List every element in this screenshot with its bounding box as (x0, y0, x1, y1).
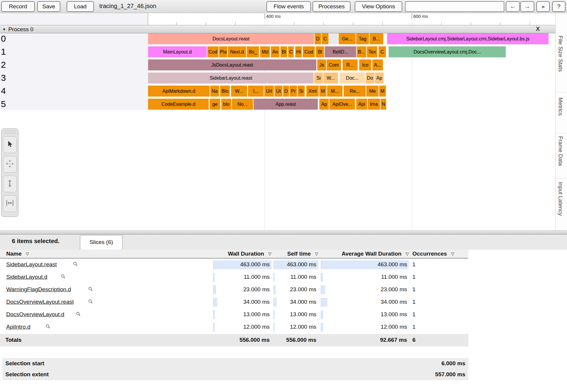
timing-tool-button[interactable] (3, 195, 17, 212)
timeline-slice[interactable]: DocsOverviewLayout.cmj,Doc... (389, 46, 506, 57)
timeline-slice[interactable]: Bl (316, 46, 324, 57)
column-header-occ[interactable]: Occurrences▽ (412, 250, 468, 258)
help-button[interactable]: ? (552, 1, 566, 12)
timeline-slice[interactable]: Ap (375, 73, 384, 84)
timeline-slice[interactable]: CodeExample.d (148, 99, 209, 110)
timeline-slice[interactable]: W... (231, 86, 247, 97)
timeline-slice[interactable]: JsDocsLayout.reast (148, 59, 316, 70)
timeline-slice[interactable]: Xml (306, 86, 319, 97)
palette-drag-grip[interactable] (3, 130, 16, 135)
magnifier-icon[interactable] (88, 286, 93, 293)
timeline-slice[interactable]: SidebarLayout.cmj,SidebarLayout.cmi,Side… (387, 33, 549, 44)
timeline-slice[interactable]: Do (366, 73, 374, 84)
timeline-slice[interactable]: D (315, 33, 321, 44)
timeline-slice[interactable]: I... (248, 86, 264, 97)
process-title[interactable]: ▼Process 0 (2, 26, 33, 33)
zoom-tool-button[interactable] (3, 176, 17, 192)
timeline-slice[interactable]: Url (264, 86, 274, 97)
column-header-avg[interactable]: Average Wall Duration▽ (321, 250, 409, 258)
magnifier-icon[interactable] (76, 311, 81, 318)
timeline-slice[interactable]: Js (317, 59, 326, 70)
timeline-slice[interactable] (329, 33, 338, 44)
slice-name-link[interactable]: ApiIntro.d (6, 324, 30, 330)
timeline-slice[interactable]: Ico (359, 59, 371, 70)
timeline-slice[interactable]: Api (356, 99, 367, 110)
find-previous-button[interactable]: ← (506, 1, 520, 12)
timeline-slice[interactable]: M... (327, 86, 343, 97)
timeline-slice[interactable]: No... (232, 99, 253, 110)
timeline-slice[interactable]: SidebarLayout.reast (148, 73, 314, 84)
timeline-slice[interactable]: Re... (344, 86, 366, 97)
sort-arrow-icon[interactable]: ▽ (268, 250, 271, 258)
timeline-slice[interactable]: C (322, 33, 329, 44)
timeline-slice[interactable]: Ima (368, 99, 380, 110)
timeline-slice[interactable]: An (271, 46, 279, 57)
timeline-slice[interactable]: Si (298, 86, 305, 97)
magnifier-icon[interactable] (88, 299, 93, 305)
panel-splitter[interactable] (0, 231, 567, 234)
timeline-slice[interactable]: Ge... (339, 33, 356, 44)
slice-name-link[interactable]: WarningFlagDescription.d (6, 286, 71, 293)
timeline-slice[interactable]: D (283, 86, 289, 97)
slice-name-link[interactable]: DocsOverviewLayout.reast (6, 299, 74, 305)
record-button[interactable]: Record (1, 1, 35, 12)
side-tab-file-size-stats[interactable]: File Size Stats (557, 36, 564, 72)
sort-arrow-icon[interactable]: ▽ (26, 250, 29, 258)
slice-name-link[interactable]: SidebarLayout.reast (6, 261, 57, 268)
timeline-slice[interactable]: Ap (319, 99, 329, 110)
timeline-slice[interactable]: Hi (295, 46, 302, 57)
tab-slices[interactable]: Slices (6) (80, 235, 122, 250)
processes-button[interactable]: Processes (312, 1, 351, 12)
sort-arrow-icon[interactable]: ▽ (451, 250, 454, 258)
timeline-slice[interactable]: R... (343, 59, 358, 70)
more-options-button[interactable]: » (536, 1, 550, 12)
timeline-slice[interactable]: M (379, 86, 386, 97)
timeline-slice[interactable]: Doc... (340, 73, 365, 84)
search-input[interactable] (405, 1, 504, 12)
magnifier-icon[interactable] (73, 262, 78, 268)
column-header-self_t[interactable]: Self time▽ (274, 250, 318, 258)
timeline-slice[interactable]: Pla (219, 46, 227, 57)
timeline-slice[interactable]: Cod (303, 46, 315, 57)
pan-tool-button[interactable] (3, 156, 17, 173)
timeline-slice[interactable]: B... (357, 46, 366, 57)
magnifier-icon[interactable] (61, 274, 66, 280)
timeline-slice[interactable]: Na (210, 86, 219, 97)
timeline-slice[interactable]: Md (260, 46, 270, 57)
timeline-slice[interactable]: M (319, 86, 326, 97)
side-tab-input-latency[interactable]: Input Latency (557, 182, 564, 216)
column-header-wall[interactable]: Wall Duration▽ (213, 250, 271, 258)
save-button[interactable]: Save (37, 1, 60, 12)
timeline-slice[interactable]: BeltD... (325, 46, 356, 57)
timeline-slice[interactable]: C (288, 46, 294, 57)
timeline-slice[interactable]: App.reast (254, 99, 318, 110)
find-next-button[interactable]: → (520, 1, 534, 12)
side-tab-frame-data[interactable]: Frame Data (557, 136, 564, 166)
timeline-slice[interactable]: B... (370, 33, 383, 44)
timeline-slice[interactable]: Tag (356, 33, 369, 44)
timeline-slice[interactable]: ApiOve... (329, 99, 355, 110)
timeline-slice[interactable]: Bs_ (247, 46, 259, 57)
timeline-slice[interactable]: MainLayout.d (148, 46, 207, 57)
sort-arrow-icon[interactable]: ▽ (406, 250, 409, 258)
timeline-slice[interactable]: DocsLayout.reast (148, 33, 314, 44)
process-header[interactable]: ▼Process 0 X (0, 25, 555, 33)
sort-arrow-icon[interactable]: ▽ (315, 250, 318, 258)
side-tab-metrics[interactable]: Metrics (557, 97, 564, 116)
timeline-slice[interactable]: Pr (290, 86, 297, 97)
timeline-slice[interactable]: Ut (274, 86, 282, 97)
timeline-slice[interactable]: Me (366, 86, 378, 97)
timeline-slice[interactable]: Com (327, 59, 341, 70)
slice-name-link[interactable]: DocsOverviewLayout.d (6, 311, 64, 318)
timeline-slice[interactable]: Bl (280, 46, 287, 57)
timeline-slice[interactable]: Cod (207, 46, 219, 57)
slice-name-link[interactable]: SidebarLayout.d (6, 274, 47, 280)
timeline-slice[interactable]: Tex (367, 46, 377, 57)
timeline-slice[interactable]: Next.d (228, 46, 246, 57)
timeline-slice[interactable]: ge (210, 99, 220, 110)
column-header-name[interactable]: Name▽ (6, 250, 95, 258)
timeline-slice[interactable]: blo (221, 99, 231, 110)
timeline-slice[interactable]: Si (314, 73, 323, 84)
magnifier-icon[interactable] (45, 324, 51, 330)
timeline-slice[interactable]: N (381, 99, 386, 110)
